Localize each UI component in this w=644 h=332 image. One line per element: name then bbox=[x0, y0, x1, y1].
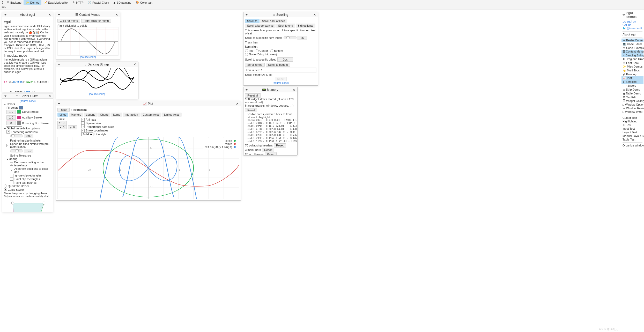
top-tab-color-test[interactable]: 🎨 Color test bbox=[134, 0, 154, 5]
rclick-menu-btn[interactable]: Right-click for menu bbox=[81, 19, 111, 23]
sidebar-item[interactable]: ⟷ Sliders bbox=[621, 84, 643, 88]
organize-btn[interactable]: Organize windows bbox=[621, 144, 643, 147]
sidebar-item[interactable]: 💻 Code Editor bbox=[621, 42, 643, 46]
sidebar-item[interactable]: ▤ Strip Demo bbox=[621, 88, 643, 92]
quad-radio[interactable]: Quadratic Bézier bbox=[4, 185, 29, 188]
close-icon[interactable]: ✕ bbox=[292, 88, 296, 92]
stroke-swatch[interactable] bbox=[17, 121, 21, 125]
fill-swatch[interactable] bbox=[19, 106, 23, 109]
scroll-top-btn[interactable]: Scroll to top bbox=[245, 63, 265, 67]
colors-header[interactable]: Colors bbox=[4, 102, 51, 106]
sidebar-item[interactable]: ⇕ Scrolling bbox=[621, 80, 643, 84]
sidebar-about[interactable]: About egui bbox=[621, 33, 643, 36]
click-menu-btn[interactable]: Click for menu bbox=[57, 19, 80, 23]
close-icon[interactable]: ✕ bbox=[114, 13, 119, 17]
source-link[interactable]: (source code) bbox=[57, 56, 119, 58]
sidebar-test[interactable]: Manual Layout Test bbox=[621, 134, 643, 138]
sidebar-item[interactable]: 📈 Plot bbox=[621, 76, 643, 80]
collapse-icon[interactable] bbox=[57, 63, 61, 66]
tess-header[interactable]: Global tessellation options bbox=[4, 127, 51, 130]
sidebar-item[interactable]: 🖹 Code Example bbox=[621, 46, 643, 50]
r-input[interactable]: r: 1.5 bbox=[57, 121, 67, 125]
top-tab-3d-painting[interactable]: ▲ 3D painting bbox=[111, 0, 134, 5]
collapse-icon[interactable] bbox=[245, 88, 249, 92]
collapse-icon[interactable] bbox=[57, 102, 61, 106]
ctx-plot[interactable] bbox=[57, 27, 119, 56]
sidebar-test[interactable]: Input Test bbox=[621, 127, 643, 130]
plot-legend[interactable]: circlewavex = sin(2t), y = sin(3t) bbox=[203, 138, 238, 150]
plot-instructions[interactable]: Instructions bbox=[71, 108, 87, 111]
close-icon[interactable]: ✕ bbox=[132, 63, 137, 66]
menu-file[interactable]: File bbox=[2, 6, 6, 9]
scroll-tab[interactable]: Scroll a lot of lines bbox=[260, 19, 287, 23]
scroll-tab[interactable]: Bidirectional bbox=[296, 24, 315, 28]
sidebar-test[interactable]: ID Test bbox=[621, 123, 643, 127]
plot-tab[interactable]: Custom Axes bbox=[140, 113, 161, 117]
coord-check[interactable]: Show coordinates bbox=[81, 129, 114, 132]
cubic-radio[interactable]: Cubic Bézier bbox=[4, 188, 24, 191]
collapse-icon[interactable] bbox=[245, 13, 249, 17]
sidebar-test[interactable]: Highlighting bbox=[621, 120, 643, 123]
animate-check[interactable]: Animate bbox=[81, 118, 114, 121]
sidebar-item[interactable]: ☰ Context Menus bbox=[621, 50, 643, 54]
top-tab-demos[interactable]: ✨ Demos bbox=[24, 0, 41, 5]
sidebar-item[interactable]: 🖌 Painting bbox=[621, 72, 643, 76]
debug-check[interactable]: Ignore clip rectangles bbox=[10, 174, 51, 177]
align-radio[interactable]: None (Bring into view) bbox=[245, 53, 277, 56]
sidebar-test[interactable]: Table Test bbox=[621, 138, 643, 141]
sidx-slider[interactable] bbox=[284, 36, 297, 39]
sidebar-item[interactable]: 🗛 Font Book bbox=[621, 61, 643, 65]
collapse-icon[interactable] bbox=[3, 13, 8, 17]
offset-val[interactable]: 0px bbox=[277, 57, 293, 62]
scroll-bottom-btn[interactable]: Scroll to bottom bbox=[266, 63, 290, 67]
source-link[interactable]: (source code) bbox=[4, 100, 51, 102]
collapse-icon[interactable] bbox=[3, 94, 8, 98]
sidebar-item[interactable]: 🗄 Widget Gallery bbox=[621, 99, 643, 103]
feather-check[interactable]: Feathering (antialias) bbox=[6, 130, 51, 134]
source-link[interactable]: (source code) bbox=[245, 82, 316, 84]
square-check[interactable]: Square view bbox=[81, 121, 114, 125]
scroll-list[interactable]: This is item 1This is item 2This is item… bbox=[245, 68, 316, 73]
plot-tab[interactable]: Charts bbox=[98, 113, 110, 117]
sidebar-item[interactable]: □ Window Options bbox=[621, 103, 643, 106]
close-icon[interactable]: ✕ bbox=[312, 13, 317, 17]
debug-check[interactable]: Paint text bounds bbox=[10, 181, 51, 184]
prop-check[interactable]: Proportional data axes bbox=[81, 125, 114, 128]
sidebar-item[interactable]: ✨ Misc Demos bbox=[621, 65, 643, 69]
close-icon[interactable]: ✕ bbox=[47, 13, 52, 17]
sidebar-test[interactable]: Cursor Test bbox=[621, 116, 643, 120]
sidebar-link[interactable]: 🐦 @ernerfeldt bbox=[623, 27, 642, 30]
scroll-reset-btn[interactable]: Reset bbox=[275, 77, 287, 81]
debug-header[interactable]: debug bbox=[6, 157, 51, 160]
plot-tab[interactable]: Linked Axes bbox=[162, 113, 181, 117]
menubars-reset[interactable]: Reset bbox=[262, 148, 274, 152]
align-radio[interactable]: Bottom bbox=[270, 49, 283, 52]
align-radio[interactable]: Center bbox=[256, 49, 268, 52]
debug-check[interactable]: Do coarse culling in the tessellator bbox=[10, 161, 51, 167]
feather-slider[interactable] bbox=[10, 134, 23, 137]
top-collapse[interactable]: ⟩ bbox=[1, 1, 4, 4]
align-radio[interactable]: Top bbox=[245, 49, 254, 52]
x-input[interactable]: x: 0 bbox=[57, 125, 67, 129]
sidx-val[interactable]: 25 bbox=[298, 36, 307, 40]
speedup-slider[interactable] bbox=[10, 149, 23, 152]
sidebar-item[interactable]: ✥ Drag and Drop bbox=[621, 57, 643, 61]
top-tab-backend[interactable]: ⚙ Backend bbox=[5, 0, 24, 5]
sidebar-item[interactable]: 〰 Bézier Curve bbox=[621, 39, 643, 42]
scroll-tab[interactable]: Scroll a large canvas bbox=[245, 24, 276, 28]
sidebar-link[interactable]: ⎇ egui on GitHub bbox=[623, 20, 642, 26]
stroke-val[interactable]: 1.0 bbox=[6, 110, 16, 114]
top-tab-http[interactable]: ⬇ HTTP bbox=[71, 0, 86, 5]
speedup-val[interactable]: 10.0 bbox=[24, 149, 33, 153]
speedup-check[interactable]: Speed up filled circles with pre-rasteri… bbox=[6, 142, 51, 149]
scroll-tab[interactable]: Scroll to bbox=[245, 19, 260, 23]
reset-all-btn[interactable]: Reset all bbox=[245, 93, 261, 98]
collapsing-reset[interactable]: Reset bbox=[274, 143, 286, 147]
close-icon[interactable]: ✕ bbox=[235, 102, 240, 106]
sidebar-item[interactable]: □ Window With Panels bbox=[621, 110, 643, 114]
sidebar-item[interactable]: ↔ Window Resize bbox=[621, 106, 643, 110]
plot-tab[interactable]: Legend bbox=[84, 113, 98, 117]
top-tab-fractal-clock[interactable]: 🕐 Fractal Clock bbox=[86, 0, 111, 5]
linestyle-select[interactable]: Solid bbox=[81, 132, 93, 136]
sidebar-item[interactable]: 👆 Multi Touch bbox=[621, 69, 643, 72]
